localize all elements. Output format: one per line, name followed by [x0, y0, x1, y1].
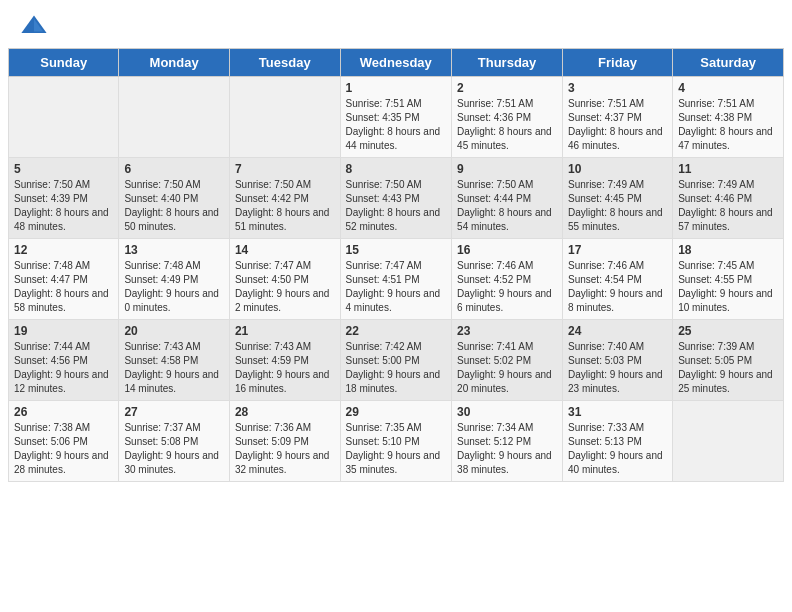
day-number: 12: [14, 243, 113, 257]
calendar-cell: 12Sunrise: 7:48 AM Sunset: 4:47 PM Dayli…: [9, 239, 119, 320]
calendar-cell: 8Sunrise: 7:50 AM Sunset: 4:43 PM Daylig…: [340, 158, 452, 239]
day-info: Sunrise: 7:38 AM Sunset: 5:06 PM Dayligh…: [14, 421, 113, 477]
day-info: Sunrise: 7:35 AM Sunset: 5:10 PM Dayligh…: [346, 421, 447, 477]
calendar-week-row: 19Sunrise: 7:44 AM Sunset: 4:56 PM Dayli…: [9, 320, 784, 401]
day-info: Sunrise: 7:33 AM Sunset: 5:13 PM Dayligh…: [568, 421, 667, 477]
day-info: Sunrise: 7:40 AM Sunset: 5:03 PM Dayligh…: [568, 340, 667, 396]
day-info: Sunrise: 7:41 AM Sunset: 5:02 PM Dayligh…: [457, 340, 557, 396]
day-number: 18: [678, 243, 778, 257]
calendar-cell: 27Sunrise: 7:37 AM Sunset: 5:08 PM Dayli…: [119, 401, 230, 482]
weekday-header: Monday: [119, 49, 230, 77]
weekday-header: Friday: [563, 49, 673, 77]
day-info: Sunrise: 7:50 AM Sunset: 4:39 PM Dayligh…: [14, 178, 113, 234]
day-info: Sunrise: 7:39 AM Sunset: 5:05 PM Dayligh…: [678, 340, 778, 396]
calendar-cell: 26Sunrise: 7:38 AM Sunset: 5:06 PM Dayli…: [9, 401, 119, 482]
calendar-header: SundayMondayTuesdayWednesdayThursdayFrid…: [9, 49, 784, 77]
calendar-cell: 4Sunrise: 7:51 AM Sunset: 4:38 PM Daylig…: [673, 77, 784, 158]
day-info: Sunrise: 7:44 AM Sunset: 4:56 PM Dayligh…: [14, 340, 113, 396]
weekday-header: Tuesday: [229, 49, 340, 77]
day-number: 20: [124, 324, 224, 338]
day-number: 27: [124, 405, 224, 419]
day-number: 31: [568, 405, 667, 419]
calendar-cell: 11Sunrise: 7:49 AM Sunset: 4:46 PM Dayli…: [673, 158, 784, 239]
calendar-cell: 29Sunrise: 7:35 AM Sunset: 5:10 PM Dayli…: [340, 401, 452, 482]
calendar-cell: [229, 77, 340, 158]
calendar-week-row: 5Sunrise: 7:50 AM Sunset: 4:39 PM Daylig…: [9, 158, 784, 239]
day-info: Sunrise: 7:46 AM Sunset: 4:52 PM Dayligh…: [457, 259, 557, 315]
calendar-cell: 13Sunrise: 7:48 AM Sunset: 4:49 PM Dayli…: [119, 239, 230, 320]
weekday-header: Wednesday: [340, 49, 452, 77]
calendar-cell: 23Sunrise: 7:41 AM Sunset: 5:02 PM Dayli…: [452, 320, 563, 401]
day-info: Sunrise: 7:34 AM Sunset: 5:12 PM Dayligh…: [457, 421, 557, 477]
logo: [20, 12, 52, 40]
calendar-cell: 30Sunrise: 7:34 AM Sunset: 5:12 PM Dayli…: [452, 401, 563, 482]
calendar-cell: 5Sunrise: 7:50 AM Sunset: 4:39 PM Daylig…: [9, 158, 119, 239]
calendar-cell: 9Sunrise: 7:50 AM Sunset: 4:44 PM Daylig…: [452, 158, 563, 239]
weekday-header: Saturday: [673, 49, 784, 77]
day-info: Sunrise: 7:46 AM Sunset: 4:54 PM Dayligh…: [568, 259, 667, 315]
calendar-cell: 21Sunrise: 7:43 AM Sunset: 4:59 PM Dayli…: [229, 320, 340, 401]
header-row: SundayMondayTuesdayWednesdayThursdayFrid…: [9, 49, 784, 77]
day-number: 28: [235, 405, 335, 419]
day-info: Sunrise: 7:48 AM Sunset: 4:47 PM Dayligh…: [14, 259, 113, 315]
calendar-cell: 10Sunrise: 7:49 AM Sunset: 4:45 PM Dayli…: [563, 158, 673, 239]
day-number: 9: [457, 162, 557, 176]
day-number: 14: [235, 243, 335, 257]
calendar-cell: 3Sunrise: 7:51 AM Sunset: 4:37 PM Daylig…: [563, 77, 673, 158]
day-number: 3: [568, 81, 667, 95]
day-number: 13: [124, 243, 224, 257]
day-info: Sunrise: 7:42 AM Sunset: 5:00 PM Dayligh…: [346, 340, 447, 396]
day-info: Sunrise: 7:50 AM Sunset: 4:44 PM Dayligh…: [457, 178, 557, 234]
day-number: 15: [346, 243, 447, 257]
day-info: Sunrise: 7:45 AM Sunset: 4:55 PM Dayligh…: [678, 259, 778, 315]
day-info: Sunrise: 7:48 AM Sunset: 4:49 PM Dayligh…: [124, 259, 224, 315]
weekday-header: Sunday: [9, 49, 119, 77]
day-info: Sunrise: 7:36 AM Sunset: 5:09 PM Dayligh…: [235, 421, 335, 477]
day-number: 25: [678, 324, 778, 338]
day-number: 2: [457, 81, 557, 95]
calendar-week-row: 1Sunrise: 7:51 AM Sunset: 4:35 PM Daylig…: [9, 77, 784, 158]
day-number: 16: [457, 243, 557, 257]
day-info: Sunrise: 7:47 AM Sunset: 4:51 PM Dayligh…: [346, 259, 447, 315]
day-number: 24: [568, 324, 667, 338]
day-number: 17: [568, 243, 667, 257]
day-info: Sunrise: 7:37 AM Sunset: 5:08 PM Dayligh…: [124, 421, 224, 477]
calendar-cell: 15Sunrise: 7:47 AM Sunset: 4:51 PM Dayli…: [340, 239, 452, 320]
calendar-cell: 19Sunrise: 7:44 AM Sunset: 4:56 PM Dayli…: [9, 320, 119, 401]
calendar-cell: 2Sunrise: 7:51 AM Sunset: 4:36 PM Daylig…: [452, 77, 563, 158]
day-info: Sunrise: 7:51 AM Sunset: 4:37 PM Dayligh…: [568, 97, 667, 153]
day-number: 1: [346, 81, 447, 95]
day-number: 19: [14, 324, 113, 338]
calendar-container: SundayMondayTuesdayWednesdayThursdayFrid…: [0, 48, 792, 490]
calendar-table: SundayMondayTuesdayWednesdayThursdayFrid…: [8, 48, 784, 482]
calendar-cell: [119, 77, 230, 158]
calendar-cell: 31Sunrise: 7:33 AM Sunset: 5:13 PM Dayli…: [563, 401, 673, 482]
day-info: Sunrise: 7:50 AM Sunset: 4:42 PM Dayligh…: [235, 178, 335, 234]
day-number: 11: [678, 162, 778, 176]
day-info: Sunrise: 7:47 AM Sunset: 4:50 PM Dayligh…: [235, 259, 335, 315]
header: [0, 0, 792, 48]
day-info: Sunrise: 7:43 AM Sunset: 4:58 PM Dayligh…: [124, 340, 224, 396]
day-number: 30: [457, 405, 557, 419]
logo-icon: [20, 12, 48, 40]
calendar-cell: [673, 401, 784, 482]
day-number: 8: [346, 162, 447, 176]
day-number: 26: [14, 405, 113, 419]
calendar-cell: 17Sunrise: 7:46 AM Sunset: 4:54 PM Dayli…: [563, 239, 673, 320]
day-info: Sunrise: 7:51 AM Sunset: 4:36 PM Dayligh…: [457, 97, 557, 153]
weekday-header: Thursday: [452, 49, 563, 77]
calendar-cell: 14Sunrise: 7:47 AM Sunset: 4:50 PM Dayli…: [229, 239, 340, 320]
calendar-cell: 20Sunrise: 7:43 AM Sunset: 4:58 PM Dayli…: [119, 320, 230, 401]
day-number: 21: [235, 324, 335, 338]
day-info: Sunrise: 7:51 AM Sunset: 4:35 PM Dayligh…: [346, 97, 447, 153]
calendar-cell: [9, 77, 119, 158]
calendar-week-row: 12Sunrise: 7:48 AM Sunset: 4:47 PM Dayli…: [9, 239, 784, 320]
day-number: 10: [568, 162, 667, 176]
calendar-cell: 1Sunrise: 7:51 AM Sunset: 4:35 PM Daylig…: [340, 77, 452, 158]
day-number: 29: [346, 405, 447, 419]
day-info: Sunrise: 7:49 AM Sunset: 4:45 PM Dayligh…: [568, 178, 667, 234]
calendar-cell: 7Sunrise: 7:50 AM Sunset: 4:42 PM Daylig…: [229, 158, 340, 239]
calendar-body: 1Sunrise: 7:51 AM Sunset: 4:35 PM Daylig…: [9, 77, 784, 482]
day-number: 22: [346, 324, 447, 338]
day-number: 4: [678, 81, 778, 95]
